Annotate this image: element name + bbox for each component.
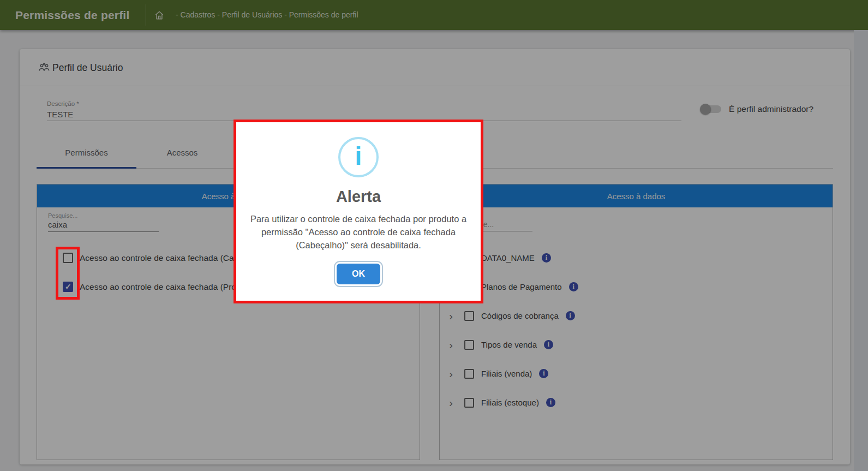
info-icon: i xyxy=(338,137,379,177)
annotation-checkbox-highlight xyxy=(56,247,80,300)
ok-button[interactable]: OK xyxy=(337,264,380,284)
screen: Permissões de perfil - Cadastros - Perfi… xyxy=(0,0,868,471)
info-icon-glyph: i xyxy=(355,144,362,169)
modal-message: Para utilizar o controle de caixa fechad… xyxy=(240,213,477,252)
alert-modal: i Alerta Para utilizar o controle de cai… xyxy=(234,120,483,303)
modal-title: Alerta xyxy=(336,188,381,206)
